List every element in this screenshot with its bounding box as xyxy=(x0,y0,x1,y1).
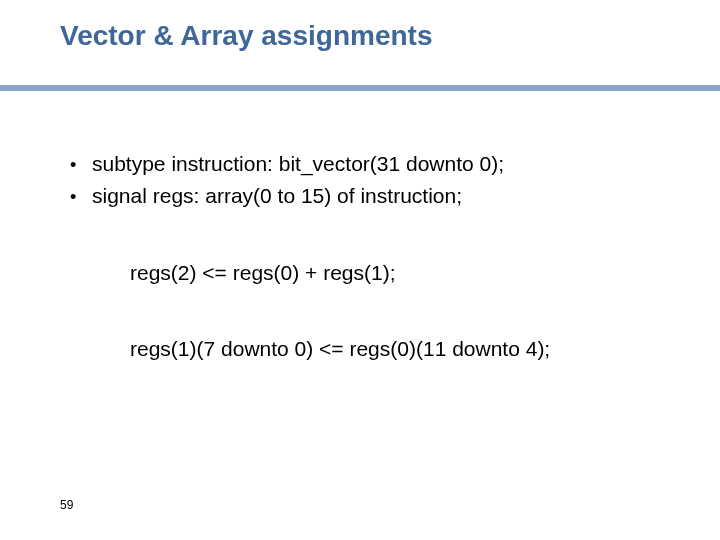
page-number: 59 xyxy=(60,498,73,512)
bullet-text: signal regs: array(0 to 15) of instructi… xyxy=(92,182,462,210)
code-line: regs(2) <= regs(0) + regs(1); xyxy=(130,259,680,287)
title-underline xyxy=(0,85,720,91)
list-item: • subtype instruction: bit_vector(31 dow… xyxy=(70,150,680,178)
content-area: • subtype instruction: bit_vector(31 dow… xyxy=(70,150,680,363)
bullet-icon: • xyxy=(70,153,92,177)
page-title: Vector & Array assignments xyxy=(0,0,720,52)
slide: Vector & Array assignments • subtype ins… xyxy=(0,0,720,540)
list-item: • signal regs: array(0 to 15) of instruc… xyxy=(70,182,680,210)
bullet-icon: • xyxy=(70,185,92,209)
bullet-text: subtype instruction: bit_vector(31 downt… xyxy=(92,150,504,178)
code-line: regs(1)(7 downto 0) <= regs(0)(11 downto… xyxy=(130,335,680,363)
